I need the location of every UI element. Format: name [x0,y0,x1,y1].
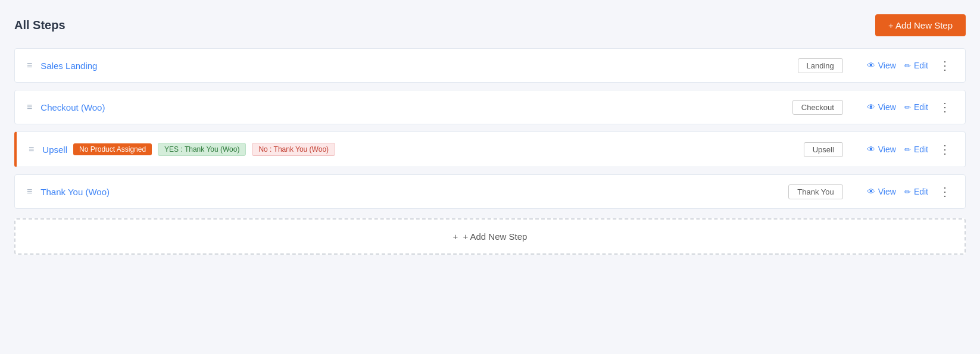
drag-handle-icon[interactable]: ≡ [27,186,32,197]
page-header: All Steps + Add New Step [14,14,966,36]
edit-button[interactable]: ✏ Edit [904,102,928,112]
more-options-button[interactable]: ⋮ [937,101,953,113]
step-type-label: Landing [798,58,843,73]
view-button[interactable]: 👁 View [867,145,896,154]
step-name-link[interactable]: Upsell [42,145,67,155]
pencil-icon: ✏ [904,61,911,70]
step-row: ≡Checkout (Woo)Checkout👁 View✏ Edit⋮ [14,90,966,124]
step-badge-no: No : Thank You (Woo) [252,143,335,156]
step-actions: 👁 View✏ Edit⋮ [867,101,953,113]
eye-icon: 👁 [867,187,875,196]
pencil-icon: ✏ [904,145,911,154]
step-type-label: Thank You [788,184,842,199]
step-row: ≡UpsellNo Product AssignedYES : Thank Yo… [14,131,966,167]
edit-button[interactable]: ✏ Edit [904,145,928,154]
eye-icon: 👁 [867,61,875,70]
step-badge-error: No Product Assigned [73,143,152,155]
more-options-button[interactable]: ⋮ [937,143,953,155]
eye-icon: 👁 [867,145,875,154]
step-actions: 👁 View✏ Edit⋮ [867,143,953,155]
pencil-icon: ✏ [904,103,911,112]
step-type-label: Upsell [804,142,843,157]
edit-button[interactable]: ✏ Edit [904,61,928,70]
more-options-button[interactable]: ⋮ [937,59,953,71]
add-new-step-button[interactable]: + Add New Step [875,14,966,36]
step-name: Sales Landing [40,61,797,71]
step-type-badge: Checkout [792,102,843,112]
view-button[interactable]: 👁 View [867,187,896,196]
drag-handle-icon[interactable]: ≡ [29,144,34,155]
step-badge-yes: YES : Thank You (Woo) [158,143,246,156]
step-name-link[interactable]: Sales Landing [40,61,97,71]
step-type-badge: Thank You [788,186,842,197]
edit-button[interactable]: ✏ Edit [904,187,928,196]
step-type-label: Checkout [792,100,843,115]
step-actions: 👁 View✏ Edit⋮ [867,59,953,71]
step-actions: 👁 View✏ Edit⋮ [867,186,953,198]
drag-handle-icon[interactable]: ≡ [27,102,32,112]
step-row: ≡Sales LandingLanding👁 View✏ Edit⋮ [14,48,966,83]
step-type-badge: Landing [798,60,843,71]
drag-handle-icon[interactable]: ≡ [27,60,32,71]
steps-list: ≡Sales LandingLanding👁 View✏ Edit⋮≡Check… [14,48,966,216]
view-button[interactable]: 👁 View [867,102,896,112]
step-name: UpsellNo Product AssignedYES : Thank You… [42,143,803,156]
step-name-link[interactable]: Thank You (Woo) [40,187,110,197]
step-name: Checkout (Woo) [40,102,792,112]
page-title: All Steps [14,18,65,32]
step-type-badge: Upsell [804,144,843,155]
step-name: Thank You (Woo) [40,187,788,197]
plus-icon: + [453,231,458,242]
step-row: ≡Thank You (Woo)Thank You👁 View✏ Edit⋮ [14,174,966,209]
step-name-link[interactable]: Checkout (Woo) [40,102,105,112]
view-button[interactable]: 👁 View [867,61,896,70]
more-options-button[interactable]: ⋮ [937,186,953,198]
eye-icon: 👁 [867,102,875,112]
pencil-icon: ✏ [904,187,911,196]
add-step-bottom-label: + Add New Step [463,231,527,242]
add-step-bottom-button[interactable]: + + Add New Step [14,218,966,255]
